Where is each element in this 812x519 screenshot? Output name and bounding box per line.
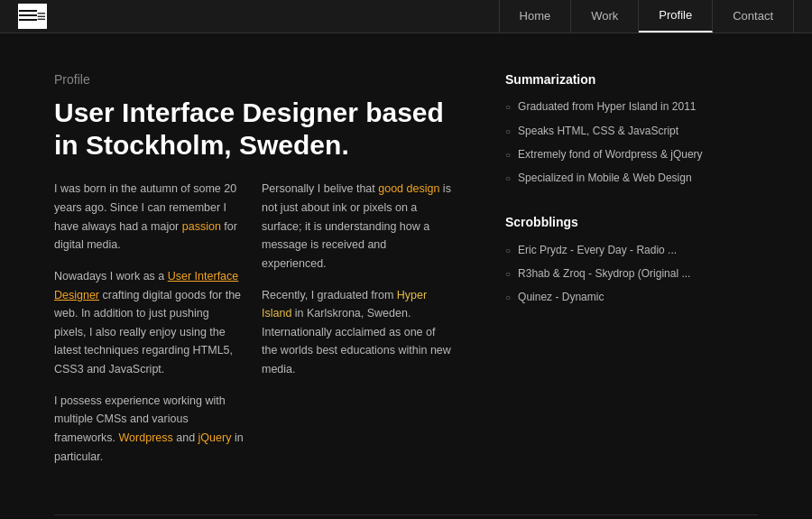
scrobblings-section: Scrobblings Eric Prydz - Every Day - Rad… [505,212,758,306]
sum-item-3: Extremely fond of Wordpress & jQuery [505,146,758,163]
profile-label: Profile [54,70,451,89]
svg-rect-2 [19,19,37,21]
nav-profile[interactable]: Profile [639,0,713,32]
jquery-link[interactable]: jQuery [198,431,232,444]
summarization-section: Summarization Graduated from Hyper Islan… [505,70,758,187]
bio-para-4: Personally I belive that good design is … [262,180,451,273]
nav-contact[interactable]: Contact [713,0,794,32]
scrob-item-2: R3hab & Zroq - Skydrop (Original ... [505,265,758,283]
svg-rect-0 [19,10,37,12]
nav-home[interactable]: Home [499,0,572,32]
profile-content: Profile User Interface Designer based in… [54,70,451,478]
logo[interactable]: ≡ [18,4,47,29]
svg-rect-1 [19,14,37,16]
bio-para-5: Recently, I graduated from Hyper Island … [262,286,451,379]
good-design-link[interactable]: good design [378,182,439,195]
wordpress-link[interactable]: Wordpress [119,431,173,444]
sum-item-1: Graduated from Hyper Island in 2011 [505,98,758,116]
bio-columns: I was born in the autumn of some 20 year… [54,180,451,478]
bio-para-1: I was born in the autumn of some 20 year… [54,180,244,255]
nav-links: Home Work Profile Contact [499,0,794,32]
scrob-item-3: Quinez - Dynamic [505,289,758,306]
hyper-island-link[interactable]: Hyper Island [262,289,427,320]
nav-work[interactable]: Work [571,0,639,32]
scrobblings-title: Scrobblings [505,212,758,232]
sum-item-4: Specialized in Mobile & Web Design [505,170,758,187]
contact-section: Contact Do you have an awesome project i… [0,515,812,519]
ui-designer-link[interactable]: User Interface Designer [54,270,238,301]
profile-heading: User Interface Designer based in Stockho… [54,97,451,162]
bio-para-2: Nowadays I work as a User Interface Desi… [54,267,244,379]
bio-right: Personally I belive that good design is … [262,180,451,478]
navigation: ≡ Home Work Profile Contact [0,0,812,33]
summarization-title: Summarization [505,70,758,89]
sidebar: Summarization Graduated from Hyper Islan… [505,70,758,478]
scrob-item-1: Eric Prydz - Every Day - Radio ... [505,242,758,259]
sum-item-2: Speaks HTML, CSS & JavaScript [505,123,758,140]
passion-word: passion [182,220,221,233]
bio-left: I was born in the autumn of some 20 year… [54,180,244,478]
bio-para-3: I possess experience working with multip… [54,392,244,467]
profile-section: Profile User Interface Designer based in… [0,33,812,514]
